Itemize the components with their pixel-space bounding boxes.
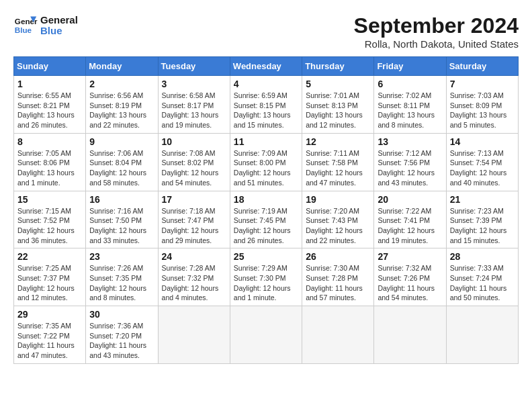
day-info: Sunrise: 7:08 AM Sunset: 8:02 PM Dayligh… <box>162 148 226 188</box>
day-number: 11 <box>234 136 298 147</box>
day-number: 12 <box>306 136 370 147</box>
day-cell <box>446 306 518 364</box>
location: Rolla, North Dakota, United States <box>354 38 519 50</box>
day-number: 9 <box>89 136 154 147</box>
day-number: 8 <box>17 136 82 147</box>
day-cell: 23Sunrise: 7:26 AM Sunset: 7:35 PM Dayli… <box>86 248 158 306</box>
day-cell <box>158 306 230 364</box>
weekday-header-tuesday: Tuesday <box>158 57 230 76</box>
day-cell: 10Sunrise: 7:08 AM Sunset: 8:02 PM Dayli… <box>158 133 230 191</box>
day-cell: 14Sunrise: 7:13 AM Sunset: 7:54 PM Dayli… <box>446 133 518 191</box>
day-cell: 22Sunrise: 7:25 AM Sunset: 7:37 PM Dayli… <box>14 248 86 306</box>
day-info: Sunrise: 7:33 AM Sunset: 7:24 PM Dayligh… <box>450 263 515 303</box>
day-cell: 12Sunrise: 7:11 AM Sunset: 7:58 PM Dayli… <box>302 133 374 191</box>
day-cell: 13Sunrise: 7:12 AM Sunset: 7:56 PM Dayli… <box>374 133 446 191</box>
day-info: Sunrise: 7:20 AM Sunset: 7:43 PM Dayligh… <box>306 206 370 246</box>
day-cell: 20Sunrise: 7:22 AM Sunset: 7:41 PM Dayli… <box>374 191 446 248</box>
day-number: 4 <box>234 79 298 89</box>
day-cell <box>230 306 302 364</box>
day-info: Sunrise: 7:19 AM Sunset: 7:45 PM Dayligh… <box>234 206 298 246</box>
day-info: Sunrise: 7:30 AM Sunset: 7:28 PM Dayligh… <box>306 263 370 303</box>
day-number: 2 <box>89 79 154 89</box>
day-number: 20 <box>378 194 442 205</box>
week-row-5: 29Sunrise: 7:35 AM Sunset: 7:22 PM Dayli… <box>14 306 519 364</box>
day-number: 15 <box>17 194 82 205</box>
day-info: Sunrise: 7:16 AM Sunset: 7:50 PM Dayligh… <box>89 206 154 246</box>
weekday-header-wednesday: Wednesday <box>230 57 302 76</box>
day-number: 29 <box>17 309 82 320</box>
day-info: Sunrise: 7:12 AM Sunset: 7:56 PM Dayligh… <box>378 148 442 188</box>
day-info: Sunrise: 7:01 AM Sunset: 8:13 PM Dayligh… <box>306 91 370 130</box>
day-cell: 2Sunrise: 6:56 AM Sunset: 8:19 PM Daylig… <box>86 76 158 134</box>
day-number: 16 <box>89 194 154 205</box>
day-cell: 19Sunrise: 7:20 AM Sunset: 7:43 PM Dayli… <box>302 191 374 248</box>
day-cell: 28Sunrise: 7:33 AM Sunset: 7:24 PM Dayli… <box>446 248 518 306</box>
day-info: Sunrise: 7:28 AM Sunset: 7:32 PM Dayligh… <box>162 263 226 303</box>
day-number: 3 <box>162 79 226 89</box>
day-info: Sunrise: 7:36 AM Sunset: 7:20 PM Dayligh… <box>89 321 154 361</box>
day-info: Sunrise: 7:02 AM Sunset: 8:11 PM Dayligh… <box>378 91 442 130</box>
day-cell: 1Sunrise: 6:55 AM Sunset: 8:21 PM Daylig… <box>14 76 86 134</box>
day-cell: 5Sunrise: 7:01 AM Sunset: 8:13 PM Daylig… <box>302 76 374 134</box>
day-number: 10 <box>162 136 226 147</box>
day-number: 7 <box>450 79 515 89</box>
day-cell: 8Sunrise: 7:05 AM Sunset: 8:06 PM Daylig… <box>14 133 86 191</box>
weekday-header-row: SundayMondayTuesdayWednesdayThursdayFrid… <box>14 57 519 76</box>
week-row-2: 8Sunrise: 7:05 AM Sunset: 8:06 PM Daylig… <box>14 133 519 191</box>
day-number: 5 <box>306 79 370 89</box>
day-cell: 29Sunrise: 7:35 AM Sunset: 7:22 PM Dayli… <box>14 306 86 364</box>
day-number: 1 <box>17 79 82 89</box>
day-info: Sunrise: 7:23 AM Sunset: 7:39 PM Dayligh… <box>450 206 515 246</box>
day-number: 26 <box>306 251 370 262</box>
day-cell: 9Sunrise: 7:06 AM Sunset: 8:04 PM Daylig… <box>86 133 158 191</box>
day-cell: 30Sunrise: 7:36 AM Sunset: 7:20 PM Dayli… <box>86 306 158 364</box>
week-row-3: 15Sunrise: 7:15 AM Sunset: 7:52 PM Dayli… <box>14 191 519 248</box>
logo-general: General <box>40 15 78 26</box>
day-number: 13 <box>378 136 442 147</box>
day-number: 22 <box>17 251 82 262</box>
day-cell: 25Sunrise: 7:29 AM Sunset: 7:30 PM Dayli… <box>230 248 302 306</box>
day-info: Sunrise: 6:55 AM Sunset: 8:21 PM Dayligh… <box>17 91 82 130</box>
day-number: 24 <box>162 251 226 262</box>
weekday-header-monday: Monday <box>86 57 158 76</box>
day-number: 30 <box>89 309 154 320</box>
day-info: Sunrise: 7:18 AM Sunset: 7:47 PM Dayligh… <box>162 206 226 246</box>
day-cell <box>374 306 446 364</box>
day-info: Sunrise: 7:29 AM Sunset: 7:30 PM Dayligh… <box>234 263 298 303</box>
day-cell: 16Sunrise: 7:16 AM Sunset: 7:50 PM Dayli… <box>86 191 158 248</box>
day-cell: 6Sunrise: 7:02 AM Sunset: 8:11 PM Daylig… <box>374 76 446 134</box>
day-cell: 3Sunrise: 6:58 AM Sunset: 8:17 PM Daylig… <box>158 76 230 134</box>
logo: General Blue General Blue <box>13 13 78 38</box>
day-cell: 17Sunrise: 7:18 AM Sunset: 7:47 PM Dayli… <box>158 191 230 248</box>
day-number: 28 <box>450 251 515 262</box>
day-info: Sunrise: 7:26 AM Sunset: 7:35 PM Dayligh… <box>89 263 154 303</box>
day-cell: 24Sunrise: 7:28 AM Sunset: 7:32 PM Dayli… <box>158 248 230 306</box>
day-number: 17 <box>162 194 226 205</box>
day-info: Sunrise: 6:58 AM Sunset: 8:17 PM Dayligh… <box>162 91 226 130</box>
day-number: 14 <box>450 136 515 147</box>
weekday-header-sunday: Sunday <box>14 57 86 76</box>
title-area: September 2024 Rolla, North Dakota, Unit… <box>354 13 519 50</box>
day-number: 6 <box>378 79 442 89</box>
day-info: Sunrise: 7:03 AM Sunset: 8:09 PM Dayligh… <box>450 91 515 130</box>
day-info: Sunrise: 6:59 AM Sunset: 8:15 PM Dayligh… <box>234 91 298 130</box>
header: General Blue General Blue September 2024… <box>13 13 519 50</box>
day-number: 19 <box>306 194 370 205</box>
day-cell: 27Sunrise: 7:32 AM Sunset: 7:26 PM Dayli… <box>374 248 446 306</box>
weekday-header-saturday: Saturday <box>446 57 518 76</box>
day-number: 27 <box>378 251 442 262</box>
day-info: Sunrise: 7:25 AM Sunset: 7:37 PM Dayligh… <box>17 263 82 303</box>
day-info: Sunrise: 7:11 AM Sunset: 7:58 PM Dayligh… <box>306 148 370 188</box>
day-info: Sunrise: 6:56 AM Sunset: 8:19 PM Dayligh… <box>89 91 154 130</box>
calendar: SundayMondayTuesdayWednesdayThursdayFrid… <box>13 56 519 364</box>
day-cell: 11Sunrise: 7:09 AM Sunset: 8:00 PM Dayli… <box>230 133 302 191</box>
day-cell <box>302 306 374 364</box>
day-cell: 15Sunrise: 7:15 AM Sunset: 7:52 PM Dayli… <box>14 191 86 248</box>
week-row-1: 1Sunrise: 6:55 AM Sunset: 8:21 PM Daylig… <box>14 76 519 134</box>
logo-icon: General Blue <box>13 13 38 38</box>
day-cell: 4Sunrise: 6:59 AM Sunset: 8:15 PM Daylig… <box>230 76 302 134</box>
day-number: 21 <box>450 194 515 205</box>
day-info: Sunrise: 7:15 AM Sunset: 7:52 PM Dayligh… <box>17 206 82 246</box>
day-number: 25 <box>234 251 298 262</box>
day-info: Sunrise: 7:22 AM Sunset: 7:41 PM Dayligh… <box>378 206 442 246</box>
